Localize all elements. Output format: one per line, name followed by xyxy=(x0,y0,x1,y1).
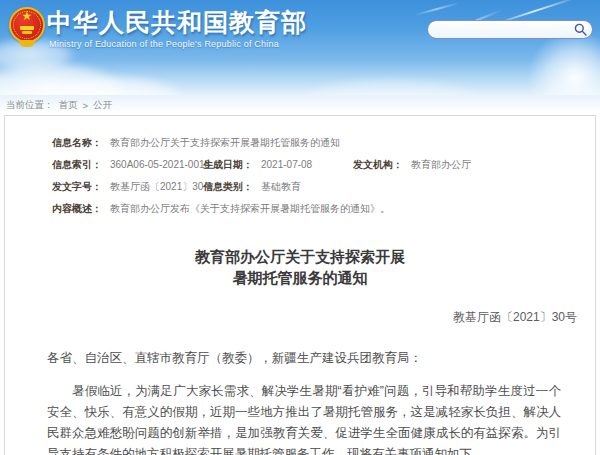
meta-label: 发文机构： xyxy=(353,159,403,170)
document-title-line2: 暑期托管服务的通知 xyxy=(5,267,595,288)
meta-label: 生成日期： xyxy=(203,159,253,170)
meta-value: 教育部办公厅关于支持探索开展暑期托管服务的通知 xyxy=(102,137,340,148)
dandelion-decoration xyxy=(527,30,600,95)
meta-row-docnum: 发文字号：教基厅函〔2021〕30号 信息类别：基础教育 xyxy=(52,180,587,202)
national-emblem-icon: ★ xyxy=(8,7,48,49)
meta-label: 信息类别： xyxy=(203,181,253,192)
cloud-decoration xyxy=(300,77,480,95)
site-title: 中华人民共和国教育部 xyxy=(47,6,307,39)
breadcrumb-label: 当前位置： xyxy=(6,99,54,112)
document-title: 教育部办公厅关于支持探索开展 暑期托管服务的通知 xyxy=(5,246,595,288)
meta-value: 基础教育 xyxy=(253,181,301,192)
meta-label: 信息名称： xyxy=(52,137,102,148)
body-paragraph: 暑假临近，为满足广大家长需求、解决学生暑期“看护难”问题，引导和帮助学生度过一个… xyxy=(47,381,561,455)
breadcrumb-link-home[interactable]: 首页 xyxy=(59,99,78,112)
search-box[interactable] xyxy=(427,20,593,39)
meta-value: 教基厅函〔2021〕30号 xyxy=(102,181,213,192)
meta-row-summary: 内容概述：教育部办公厅发布《关于支持探索开展暑期托管服务的通知》。 xyxy=(52,202,587,224)
meta-value: 教育部办公厅 xyxy=(403,159,471,170)
meta-label: 内容概述： xyxy=(52,203,102,214)
document-title-line1: 教育部办公厅关于支持探索开展 xyxy=(5,246,595,267)
breadcrumb: 当前位置： 首页 > 公开 xyxy=(0,95,600,115)
site-subtitle: Ministry of Education of the People's Re… xyxy=(49,39,279,49)
meta-label: 信息索引： xyxy=(52,159,102,170)
meta-row-index: 信息索引：360A06-05-2021-0018-1 生成日期：2021-07-… xyxy=(52,158,587,180)
salutation: 各省、自治区、直辖市教育厅（教委），新疆生产建设兵团教育局： xyxy=(47,350,561,367)
meta-value: 教育部办公厅发布《关于支持探索开展暑期托管服务的通知》。 xyxy=(102,203,390,214)
document-meta: 信息名称：教育部办公厅关于支持探索开展暑期托管服务的通知 信息索引：360A06… xyxy=(5,116,595,224)
light-streak-decoration xyxy=(415,2,460,16)
content-panel: 信息名称：教育部办公厅关于支持探索开展暑期托管服务的通知 信息索引：360A06… xyxy=(4,115,596,455)
breadcrumb-link-gongkai[interactable]: 公开 xyxy=(93,99,112,112)
document-body: 各省、自治区、直辖市教育厅（教委），新疆生产建设兵团教育局： 暑假临近，为满足广… xyxy=(5,350,595,455)
search-input[interactable] xyxy=(438,24,574,36)
document-number: 教基厅函〔2021〕30号 xyxy=(5,309,595,326)
meta-value: 360A06-05-2021-0018-1 xyxy=(102,159,219,170)
page: ★ 中华人民共和国教育部 Ministry of Education of th… xyxy=(0,0,600,455)
meta-label: 发文字号： xyxy=(52,181,102,192)
search-icon[interactable] xyxy=(574,23,587,36)
breadcrumb-separator: > xyxy=(83,100,89,111)
site-header: ★ 中华人民共和国教育部 Ministry of Education of th… xyxy=(0,0,600,95)
meta-value: 2021-07-08 xyxy=(253,159,312,170)
meta-row-name: 信息名称：教育部办公厅关于支持探索开展暑期托管服务的通知 xyxy=(52,136,587,158)
